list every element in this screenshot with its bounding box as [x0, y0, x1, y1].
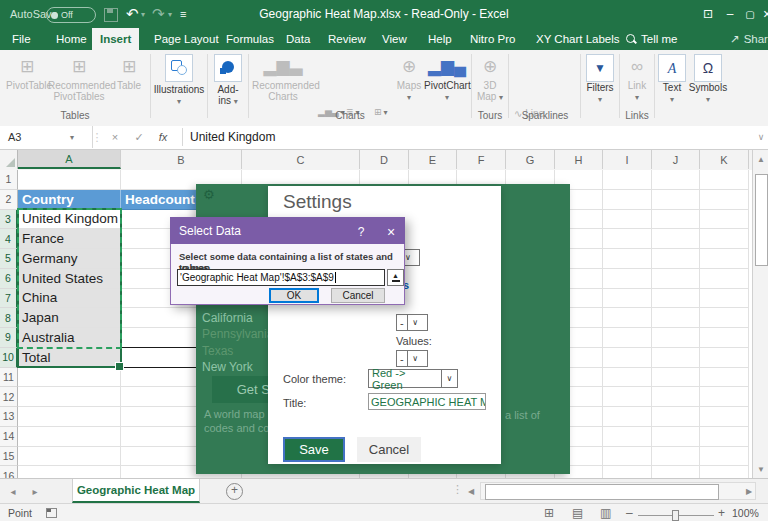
cell-I8[interactable] [603, 308, 652, 328]
row-header-5[interactable]: 5 [0, 249, 18, 269]
cell-K6[interactable] [700, 269, 749, 289]
cell-I15[interactable] [603, 447, 652, 467]
cell-A2[interactable]: Country [18, 190, 121, 210]
cell-I14[interactable] [603, 427, 652, 447]
pivotchart-button[interactable]: ▂▆▄ PivotChart▾ [424, 54, 470, 103]
row-header-10[interactable]: 10 [0, 348, 18, 368]
cell-I13[interactable] [603, 407, 652, 427]
ribbon-display-options-icon[interactable]: ⊡ [698, 0, 718, 28]
cell-I11[interactable] [603, 368, 652, 388]
row-header-15[interactable]: 15 [0, 447, 18, 467]
prev-sheet-icon[interactable]: ◂ [4, 479, 22, 503]
gear-icon[interactable]: ⚙ [203, 187, 215, 202]
tab-view[interactable]: View [374, 28, 415, 50]
horizontal-scroll-thumb[interactable] [485, 484, 719, 500]
cell-I7[interactable] [603, 289, 652, 309]
cell-K8[interactable] [700, 308, 749, 328]
zoom-level[interactable]: 100% [732, 504, 759, 521]
filters-button[interactable]: ▼ Filters▾ [584, 54, 616, 105]
maps-button[interactable]: ⊕ Maps▾ [394, 54, 424, 103]
cell-K12[interactable] [700, 387, 749, 407]
cell-J8[interactable] [652, 308, 700, 328]
cell-J6[interactable] [652, 269, 700, 289]
cell-I9[interactable] [603, 328, 652, 348]
cell-K3[interactable] [700, 210, 749, 230]
cell-J3[interactable] [652, 210, 700, 230]
cell-I4[interactable] [603, 229, 652, 249]
range-input[interactable]: 'Geographic Heat Map'!$A$3:$A$9 [177, 269, 385, 286]
cell-A12[interactable] [18, 387, 121, 407]
symbols-button[interactable]: Ω Symbols▾ [688, 54, 728, 105]
color-theme-select[interactable]: Red -> Green ∨ [368, 369, 458, 388]
cell-A13[interactable] [18, 407, 121, 427]
page-layout-view-icon[interactable]: ▤ [572, 504, 583, 521]
tab-nitro-pro[interactable]: Nitro Pro [462, 28, 523, 50]
cell-K14[interactable] [700, 427, 749, 447]
tab-home[interactable]: Home [48, 28, 95, 50]
confirm-entry-icon[interactable]: ✓ [128, 126, 150, 148]
column-header-I[interactable]: I [603, 150, 652, 169]
cell-J2[interactable] [652, 190, 700, 210]
column-header-B[interactable]: B [121, 150, 242, 169]
cell-A11[interactable] [18, 368, 121, 388]
cell-J12[interactable] [652, 387, 700, 407]
tab-xy-chart-labels[interactable]: XY Chart Labels [528, 28, 628, 50]
column-header-J[interactable]: J [652, 150, 700, 169]
cell-J14[interactable] [652, 427, 700, 447]
dialog-close-icon[interactable]: × [379, 218, 403, 245]
cell-K5[interactable] [700, 249, 749, 269]
page-break-view-icon[interactable]: ▥ [600, 504, 611, 521]
tab-page-layout[interactable]: Page Layout [146, 28, 227, 50]
autosave-toggle[interactable]: Off [46, 7, 96, 23]
share-button[interactable]: ↗ Share [722, 28, 768, 50]
cell-A15[interactable] [18, 447, 121, 467]
insert-function-icon[interactable]: fx [152, 126, 174, 148]
redo-dropdown-icon[interactable]: ▾ [168, 0, 172, 28]
name-box-dropdown-icon[interactable]: ▾ [70, 133, 74, 142]
table-button[interactable]: ⊞ Table [110, 54, 148, 91]
scrollbar-grip[interactable]: ⋮ [452, 483, 463, 496]
zoom-in-icon[interactable]: + [718, 504, 725, 521]
zoom-out-icon[interactable]: – [626, 504, 633, 521]
cell-J16[interactable] [652, 466, 700, 478]
recommended-pivottables-button[interactable]: ⊞ RecommendedPivotTables [48, 54, 110, 102]
row-header-13[interactable]: 13 [0, 407, 18, 427]
cell-I3[interactable] [603, 210, 652, 230]
ok-button[interactable]: OK [269, 288, 319, 303]
zoom-slider-thumb[interactable] [672, 510, 679, 521]
cell-I1[interactable] [603, 170, 652, 190]
cell-I2[interactable] [603, 190, 652, 210]
select-all-corner[interactable] [0, 150, 18, 169]
row-header-14[interactable]: 14 [0, 427, 18, 447]
cell-I16[interactable] [603, 466, 652, 478]
cell-A14[interactable] [18, 427, 121, 447]
cell-I5[interactable] [603, 249, 652, 269]
next-sheet-icon[interactable]: ▸ [26, 479, 44, 503]
row-header-16[interactable]: 16 [0, 466, 18, 478]
vertical-scroll-thumb[interactable] [755, 174, 768, 266]
cell-K13[interactable] [700, 407, 749, 427]
row-header-3[interactable]: 3 [0, 210, 18, 230]
cell-J9[interactable] [652, 328, 700, 348]
row-header-11[interactable]: 11 [0, 368, 18, 388]
normal-view-icon[interactable]: ⊞ [544, 504, 554, 521]
row-header-7[interactable]: 7 [0, 289, 18, 309]
row-header-1[interactable]: 1 [0, 170, 18, 190]
cell-I6[interactable] [603, 269, 652, 289]
vertical-scrollbar[interactable]: ▲ ▼ [752, 150, 768, 478]
undo-dropdown-icon[interactable]: ▾ [141, 0, 145, 28]
column-header-F[interactable]: F [457, 150, 506, 169]
help-icon[interactable]: ? [349, 218, 373, 245]
tab-insert[interactable]: Insert [92, 28, 139, 50]
column-header-A[interactable]: A [18, 150, 121, 169]
fill-handle[interactable] [115, 362, 124, 371]
row-header-12[interactable]: 12 [0, 387, 18, 407]
map-title-input[interactable]: GEOGRAPHIC HEAT MAP [368, 393, 486, 410]
column-header-C[interactable]: C [242, 150, 360, 169]
link-button[interactable]: ∞ Link▾ [622, 54, 652, 103]
macro-record-icon[interactable] [46, 508, 57, 518]
illustrations-button[interactable]: Illustrations▾ [152, 54, 206, 107]
scroll-up-icon[interactable]: ▲ [755, 152, 767, 166]
cell-K2[interactable] [700, 190, 749, 210]
cancel-entry-icon[interactable]: × [104, 126, 126, 148]
